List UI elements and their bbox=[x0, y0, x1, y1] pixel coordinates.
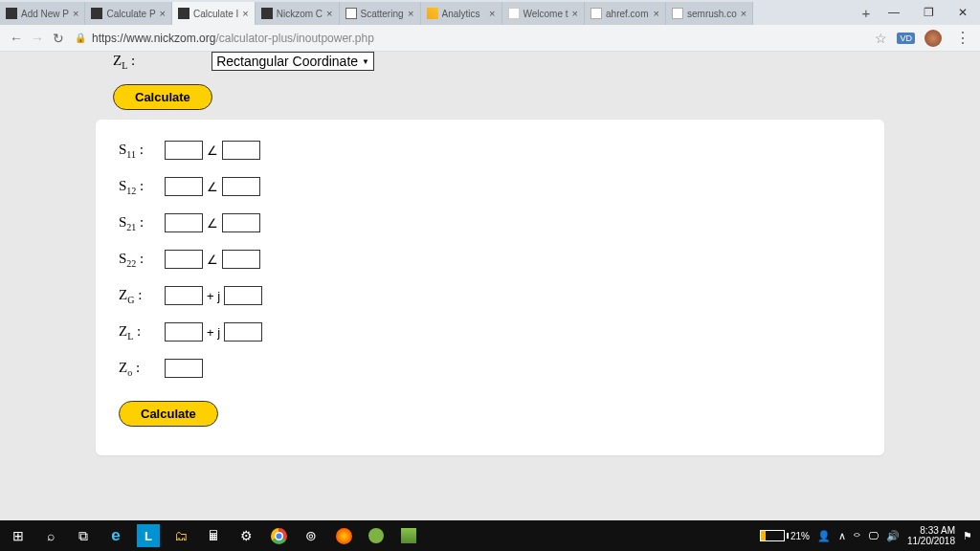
tab-title: Scattering bbox=[361, 9, 405, 19]
coordinate-select[interactable]: Rectangular Coordinate ▼ bbox=[212, 52, 374, 71]
bookmark-star-icon[interactable]: ☆ bbox=[875, 31, 887, 46]
param-input-a[interactable] bbox=[165, 286, 203, 305]
param-row-4: ZG :+ j bbox=[119, 286, 861, 305]
calculator-icon[interactable]: 🖩 bbox=[197, 520, 230, 551]
tab-close-icon[interactable]: × bbox=[408, 8, 413, 19]
people-icon[interactable]: 👤 bbox=[817, 530, 831, 542]
tab-title: Calculate I bbox=[193, 9, 238, 19]
tab-favicon-icon bbox=[590, 8, 602, 19]
tab-1[interactable]: Calculate P× bbox=[85, 2, 172, 25]
tray-up-icon[interactable]: ∧ bbox=[838, 530, 846, 542]
extension-badge[interactable]: VD bbox=[897, 33, 915, 44]
param-input-b[interactable] bbox=[222, 177, 260, 196]
toolbar-icons: ☆ VD ⋮ bbox=[875, 29, 974, 47]
green-app2-icon[interactable] bbox=[392, 520, 425, 551]
taskview-icon[interactable]: ⧉ bbox=[67, 520, 100, 551]
tab-title: ahref.com bbox=[606, 9, 650, 19]
file-explorer-icon[interactable]: 🗂 bbox=[165, 520, 197, 551]
tab-3[interactable]: Nickzom C× bbox=[256, 2, 340, 25]
search-icon[interactable]: ⌕ bbox=[34, 520, 67, 551]
volume-icon[interactable]: 🔊 bbox=[886, 530, 900, 542]
spiral-icon[interactable]: ⊚ bbox=[295, 520, 327, 551]
coordinate-row: ZL : Rectangular Coordinate ▼ bbox=[96, 52, 884, 71]
calculate-button-bottom[interactable]: Calculate bbox=[119, 401, 218, 427]
param-row-0: S11 :∠ bbox=[119, 141, 861, 160]
tab-close-icon[interactable]: × bbox=[654, 8, 659, 19]
app-l-icon[interactable]: L bbox=[132, 520, 165, 551]
tab-title: Welcome t bbox=[523, 9, 568, 19]
back-button[interactable]: ← bbox=[6, 31, 27, 46]
zl-label: ZL : bbox=[113, 53, 135, 71]
new-tab-button[interactable]: + bbox=[856, 5, 877, 21]
forward-button: → bbox=[27, 31, 48, 46]
tab-0[interactable]: Add New P× bbox=[0, 2, 85, 25]
start-button[interactable]: ⊞ bbox=[2, 520, 34, 551]
wifi-icon[interactable]: ⌔ bbox=[854, 530, 860, 541]
param-label: S11 : bbox=[119, 142, 165, 160]
param-input-b[interactable] bbox=[222, 250, 260, 269]
tab-favicon-icon bbox=[672, 8, 683, 19]
battery-indicator[interactable]: 21% bbox=[760, 530, 810, 541]
close-window-button[interactable]: ✕ bbox=[946, 0, 980, 25]
tab-6[interactable]: Welcome t× bbox=[502, 2, 586, 25]
param-separator: ∠ bbox=[207, 180, 218, 194]
url-box[interactable]: 🔒 https://www.nickzom.org/calculator-plu… bbox=[75, 32, 861, 45]
tabs: Add New P×Calculate P×Calculate I×Nickzo… bbox=[0, 0, 856, 25]
param-input-a[interactable] bbox=[165, 322, 203, 342]
tab-5[interactable]: Analytics× bbox=[421, 2, 502, 25]
param-input-a[interactable] bbox=[165, 359, 203, 378]
param-input-a[interactable] bbox=[165, 141, 203, 160]
tab-close-icon[interactable]: × bbox=[489, 8, 495, 19]
lock-icon: 🔒 bbox=[75, 33, 86, 43]
tab-title: Calculate P bbox=[106, 9, 155, 19]
tab-favicon-icon bbox=[6, 8, 17, 19]
param-separator: ∠ bbox=[207, 143, 218, 158]
chevron-down-icon: ▼ bbox=[362, 57, 369, 66]
param-input-b[interactable] bbox=[224, 286, 262, 305]
tab-7[interactable]: ahref.com× bbox=[585, 2, 666, 25]
param-input-b[interactable] bbox=[222, 141, 260, 160]
calculate-button-top[interactable]: Calculate bbox=[113, 84, 212, 110]
tab-title: Analytics bbox=[442, 9, 486, 19]
tab-close-icon[interactable]: × bbox=[242, 8, 248, 19]
maximize-button[interactable]: ❐ bbox=[911, 0, 946, 25]
action-center-icon[interactable]: ⚑ bbox=[963, 530, 972, 542]
param-input-a[interactable] bbox=[165, 177, 203, 196]
tab-close-icon[interactable]: × bbox=[572, 8, 578, 19]
clock[interactable]: 8:33 AM 11/20/2018 bbox=[907, 525, 955, 546]
tab-favicon-icon bbox=[178, 8, 189, 19]
clock-date: 11/20/2018 bbox=[907, 536, 955, 546]
param-input-b[interactable] bbox=[222, 213, 260, 232]
windows-taskbar: ⊞ ⌕ ⧉ e L 🗂 🖩 ⚙ ⊚ 21% 👤 ∧ ⌔ 🖵 🔊 8:33 AM … bbox=[0, 520, 980, 551]
settings-gear-icon[interactable]: ⚙ bbox=[230, 520, 262, 551]
green-app-icon[interactable] bbox=[360, 520, 392, 551]
param-input-a[interactable] bbox=[165, 213, 203, 232]
firefox-icon[interactable] bbox=[327, 520, 360, 551]
tab-title: Add New P bbox=[21, 9, 69, 19]
tab-2[interactable]: Calculate I× bbox=[172, 2, 256, 25]
clock-time: 8:33 AM bbox=[907, 525, 955, 536]
param-input-b[interactable] bbox=[224, 322, 262, 342]
param-separator: ∠ bbox=[207, 216, 218, 231]
tab-8[interactable]: semrush.co× bbox=[666, 2, 753, 25]
param-label: S21 : bbox=[119, 214, 165, 232]
param-row-2: S21 :∠ bbox=[119, 213, 861, 232]
tab-close-icon[interactable]: × bbox=[741, 8, 746, 19]
tab-close-icon[interactable]: × bbox=[73, 8, 78, 19]
tab-4[interactable]: Scattering× bbox=[340, 2, 421, 25]
network-icon[interactable]: 🖵 bbox=[868, 530, 879, 541]
param-separator: ∠ bbox=[207, 253, 218, 267]
tab-favicon-icon bbox=[508, 8, 520, 19]
reload-button[interactable]: ↻ bbox=[48, 31, 69, 46]
tab-close-icon[interactable]: × bbox=[326, 8, 332, 19]
tab-close-icon[interactable]: × bbox=[160, 8, 166, 19]
tab-title: Nickzom C bbox=[277, 9, 323, 19]
profile-avatar[interactable] bbox=[924, 30, 942, 47]
edge-icon[interactable]: e bbox=[100, 520, 132, 551]
coordinate-select-value: Rectangular Coordinate bbox=[216, 54, 358, 69]
param-input-a[interactable] bbox=[165, 250, 203, 269]
menu-kebab-icon[interactable]: ⋮ bbox=[955, 29, 970, 47]
minimize-button[interactable]: — bbox=[877, 0, 911, 25]
chrome-icon[interactable] bbox=[262, 520, 295, 551]
window-controls: — ❐ ✕ bbox=[877, 0, 980, 25]
